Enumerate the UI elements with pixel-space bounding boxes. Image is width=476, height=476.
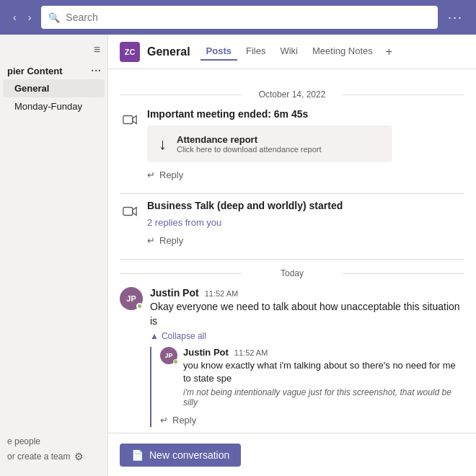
channel-header: ZC General Posts Files Wiki Meeting Note… xyxy=(108,35,476,69)
search-input[interactable] xyxy=(66,12,431,23)
compose-icon: 📄 xyxy=(131,449,144,461)
date-divider-oct14: October 14, 2022 xyxy=(120,89,464,100)
business-talk-title: Business Talk (deep and worldly) started xyxy=(147,200,464,211)
back-button[interactable]: ‹ xyxy=(9,9,21,26)
team-name-label: pier Content xyxy=(7,66,63,76)
top-bar: ‹ › 🔍 ··· xyxy=(0,0,476,35)
thread-text-2: i'm not being intentionally vague just f… xyxy=(183,387,464,407)
video-icon-box-2 xyxy=(120,201,140,221)
thread-user-name: Justin Pot xyxy=(183,347,229,358)
reply-row-meeting[interactable]: ↵ Reply xyxy=(147,168,464,182)
channel-tabs: Posts Files Wiki Meeting Notes + xyxy=(200,43,397,61)
business-talk-row: Business Talk (deep and worldly) started… xyxy=(120,200,464,247)
create-team-label: or create a team xyxy=(7,451,70,462)
online-status-dot xyxy=(136,303,143,309)
forward-button[interactable]: › xyxy=(24,9,36,26)
create-team-item[interactable]: or create a team ⚙ xyxy=(7,449,100,464)
thread-user-row: JP Justin Pot 11:52 AM you know exactly … xyxy=(160,347,464,407)
content-area: ZC General Posts Files Wiki Meeting Note… xyxy=(108,35,476,476)
reply-icon-3: ↵ xyxy=(160,415,168,426)
thread-time: 11:52 AM xyxy=(234,348,268,357)
message-row: Important meeting ended: 6m 45s ↓ Attend… xyxy=(120,108,464,182)
bottom-bar: 📄 New conversation xyxy=(108,433,476,476)
svg-rect-2 xyxy=(123,208,133,216)
sidebar-item-monday-funday[interactable]: Monday-Funday xyxy=(3,97,105,115)
user-name-row: Justin Pot 11:52 AM xyxy=(150,287,464,299)
business-talk-block: Business Talk (deep and worldly) started… xyxy=(120,200,464,247)
messages-area[interactable]: October 14, 2022 Important meeting ended… xyxy=(108,69,476,433)
gear-icon[interactable]: ⚙ xyxy=(74,451,84,462)
reply-label-3: Reply xyxy=(172,415,196,426)
message-divider-2 xyxy=(120,259,464,260)
new-conversation-button[interactable]: 📄 New conversation xyxy=(120,444,241,467)
sidebar-item-general[interactable]: General xyxy=(3,79,105,97)
sidebar-team-header[interactable]: pier Content ··· xyxy=(0,62,107,79)
tab-meeting-notes[interactable]: Meeting Notes xyxy=(307,43,379,61)
video-camera-icon xyxy=(122,112,138,128)
message-time: 11:52 AM xyxy=(205,289,238,298)
svg-rect-0 xyxy=(123,116,133,124)
search-icon: 🔍 xyxy=(48,12,60,23)
add-tab-button[interactable]: + xyxy=(382,44,397,60)
reply-row-business[interactable]: ↵ Reply xyxy=(147,234,464,247)
thread-content: Justin Pot 11:52 AM you know exactly wha… xyxy=(183,347,464,407)
collapse-all[interactable]: ▲ Collapse all xyxy=(150,331,464,341)
collapse-all-label: Collapse all xyxy=(162,331,206,341)
reply-icon-2: ↵ xyxy=(147,235,155,246)
team-more-icon[interactable]: ··· xyxy=(91,65,102,76)
thread-online-dot xyxy=(173,359,178,364)
message-text: Okay everyone we need to talk about how … xyxy=(150,300,464,328)
tab-files[interactable]: Files xyxy=(240,43,271,61)
attendance-title: Attendance report xyxy=(177,134,322,145)
reply-icon: ↵ xyxy=(147,169,155,180)
reply-row-thread[interactable]: ↵ Reply xyxy=(160,413,464,427)
justin-pot-row: JP Justin Pot 11:52 AM Okay everyone we … xyxy=(120,287,464,328)
add-people-item[interactable]: e people xyxy=(7,434,100,449)
sidebar: ≡ pier Content ··· General Monday-Funday… xyxy=(0,35,108,476)
download-icon: ↓ xyxy=(159,135,167,154)
meeting-title: Important meeting ended: 6m 45s xyxy=(147,108,464,120)
video-icon-box xyxy=(120,110,140,130)
meeting-message-content: Important meeting ended: 6m 45s ↓ Attend… xyxy=(147,108,464,182)
replies-from-you[interactable]: 2 replies from you xyxy=(147,217,464,228)
collapse-arrow-icon: ▲ xyxy=(150,331,159,341)
svg-marker-1 xyxy=(133,116,137,124)
thread-reply-block: JP Justin Pot 11:52 AM you know exactly … xyxy=(150,347,464,426)
sidebar-bottom: e people or create a team ⚙ xyxy=(0,428,107,470)
channel-avatar: ZC xyxy=(120,42,140,62)
thread-text: you know exactly what i'm talking about … xyxy=(183,359,464,385)
message-divider xyxy=(120,193,464,194)
thread-avatar: JP xyxy=(160,347,177,364)
user-message-content: Justin Pot 11:52 AM Okay everyone we nee… xyxy=(150,287,464,328)
video-camera-icon-2 xyxy=(122,203,138,219)
tab-posts[interactable]: Posts xyxy=(200,43,237,61)
attendance-card[interactable]: ↓ Attendance report Click here to downlo… xyxy=(147,125,392,162)
add-people-label: e people xyxy=(7,436,40,446)
nav-arrows: ‹ › xyxy=(9,9,35,26)
more-options-button[interactable]: ··· xyxy=(444,7,467,28)
meeting-ended-block: Important meeting ended: 6m 45s ↓ Attend… xyxy=(120,108,464,182)
search-bar: 🔍 xyxy=(41,6,438,29)
reply-label-2: Reply xyxy=(159,235,183,246)
svg-marker-3 xyxy=(133,208,137,216)
business-talk-content: Business Talk (deep and worldly) started… xyxy=(147,200,464,247)
sidebar-filter: ≡ xyxy=(0,40,107,62)
reply-label: Reply xyxy=(159,169,183,180)
main-layout: ≡ pier Content ··· General Monday-Funday… xyxy=(0,35,476,476)
user-name: Justin Pot xyxy=(150,287,199,299)
channel-name: General xyxy=(147,45,190,58)
date-divider-today: Today xyxy=(120,268,464,278)
avatar-wrapper: JP xyxy=(120,287,143,310)
attendance-info: Attendance report Click here to download… xyxy=(177,134,322,154)
thread-name-row: Justin Pot 11:52 AM xyxy=(183,347,464,358)
filter-icon[interactable]: ≡ xyxy=(94,43,100,56)
attendance-subtitle: Click here to download attendance report xyxy=(177,145,322,154)
tab-wiki[interactable]: Wiki xyxy=(274,43,304,61)
